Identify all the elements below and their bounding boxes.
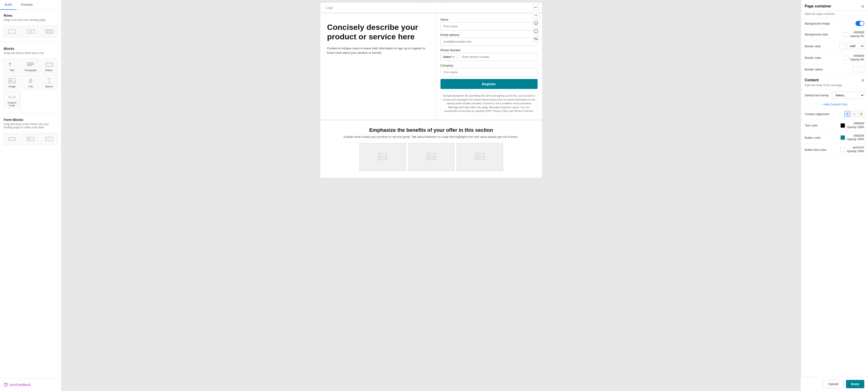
email-input[interactable] — [440, 37, 537, 45]
button-block-item[interactable]: Button — [41, 59, 58, 73]
image-placeholder-1 — [360, 143, 406, 171]
button-text-color-opacity: Opacity 100% — [847, 150, 864, 153]
paragraph-block-label: Paragraph — [25, 69, 36, 72]
border-color-swatch[interactable] — [844, 56, 848, 60]
align-right-button[interactable]: ☰ — [858, 111, 864, 117]
phone-label: Phone Number — [440, 48, 537, 52]
custom-code-block-label: Custom Code — [5, 101, 19, 107]
svg-rect-27 — [534, 22, 537, 24]
svg-rect-33 — [378, 153, 387, 160]
form-block-1-icon — [8, 136, 16, 142]
cancel-button[interactable]: Cancel — [823, 380, 844, 388]
form-block-2[interactable] — [22, 133, 39, 145]
row-3col-icon — [45, 28, 53, 35]
button-color-hex: #008294 — [847, 134, 864, 138]
undo-button[interactable]: ↩ — [533, 4, 539, 11]
tabs: Build Preview — [0, 0, 61, 10]
tab-preview[interactable]: Preview — [17, 0, 37, 10]
desktop-view-button[interactable] — [533, 20, 539, 26]
svg-line-16 — [11, 96, 12, 98]
right-panel: Page container ∧ Style the page containe… — [801, 0, 868, 391]
done-button[interactable]: Done — [846, 380, 864, 388]
hero-body: Context to intrigue users to leave their… — [327, 46, 429, 55]
rows-grid — [0, 24, 61, 41]
text-color-swatch[interactable] — [840, 123, 845, 128]
align-center-button[interactable]: ≡ — [851, 111, 857, 117]
button-color-swatch[interactable] — [840, 135, 845, 140]
background-color-label: Background color — [805, 33, 828, 36]
button-text-color-info: #FFFFFF Opacity 100% — [847, 146, 864, 153]
tablet-icon — [534, 29, 537, 33]
svg-rect-7 — [27, 63, 34, 63]
svg-point-34 — [380, 155, 382, 157]
tablet-view-button[interactable] — [533, 28, 539, 34]
company-input[interactable] — [440, 68, 537, 76]
alignment-buttons: ☰ ≡ ☰ — [844, 111, 864, 117]
background-color-hex: #000000 — [850, 31, 864, 34]
custom-code-block-item[interactable]: Custom Code — [4, 91, 21, 108]
form-block-1[interactable] — [4, 133, 21, 145]
button-color-row: Button color #008294 Opacity 100% — [801, 132, 868, 144]
border-style-select[interactable]: solid dashed dotted none — [847, 43, 864, 49]
title-block-icon: T — [8, 61, 16, 68]
blocks-title: Blocks — [0, 43, 61, 52]
page-container-subtitle: Style the page container — [801, 11, 868, 19]
font-family-label: Default font family — [805, 94, 829, 97]
row-2col[interactable] — [22, 26, 39, 37]
blocks-subtitle: Drag and drop a block into a row — [0, 52, 61, 57]
svg-rect-22 — [45, 137, 53, 141]
button-color-opacity: Opacity 100% — [847, 138, 864, 141]
paragraph-block-item[interactable]: Paragraph — [22, 59, 39, 73]
row-3col[interactable] — [41, 26, 58, 37]
phone-select-label: Select — [443, 55, 452, 59]
redo-button[interactable]: ↪ — [533, 12, 539, 19]
svg-rect-37 — [476, 153, 484, 160]
company-label: Company — [440, 64, 537, 67]
rows-title: Rows — [0, 10, 61, 18]
align-left-button[interactable]: ☰ — [844, 111, 850, 117]
name-input[interactable] — [440, 22, 537, 30]
send-feedback-button[interactable]: Send feedback — [0, 378, 61, 391]
row-1col[interactable] — [4, 26, 21, 37]
center-panel: ↩ ↪ Logo Co — [61, 0, 801, 391]
content-alignment-label: Content alignment — [805, 112, 829, 116]
button-color-right: #008294 Opacity 100% — [840, 134, 864, 141]
border-style-controls: solid dashed dotted none — [839, 43, 864, 50]
email-label: Email address — [440, 33, 537, 37]
background-color-row: Background color #000000 Opacity 0% — [801, 29, 868, 40]
hide-button[interactable] — [533, 36, 539, 42]
feedback-icon — [4, 383, 8, 387]
phone-input[interactable] — [459, 53, 537, 61]
background-color-swatch[interactable] — [844, 32, 848, 37]
border-radius-label: Border radius — [805, 68, 823, 71]
form-block-3[interactable] — [41, 133, 58, 145]
tab-build[interactable]: Build — [0, 0, 17, 10]
button-color-info: #008294 Opacity 100% — [847, 134, 864, 141]
form-blocks-subtitle: Drag and drop a form block into your lan… — [0, 123, 61, 131]
border-color-right: #000000 Opacity 0% — [844, 54, 864, 61]
logo-text: Logo — [326, 6, 333, 9]
button-block-label: Button — [45, 69, 53, 72]
blocks-grid: T Title Paragraph Button — [0, 57, 61, 112]
register-button[interactable]: Register — [440, 79, 537, 89]
image-placeholders — [325, 143, 537, 171]
image-block-item[interactable]: Image — [4, 75, 21, 89]
link-block-item[interactable]: Link — [22, 75, 39, 89]
content-collapse-button[interactable]: ∧ — [861, 77, 864, 83]
send-feedback-label: Send feedback — [9, 383, 31, 387]
form-blocks-grid — [0, 131, 61, 149]
form-block-2-icon — [26, 136, 35, 142]
hero-text: Concisely describe your product or servi… — [320, 13, 436, 120]
border-style-label: Border style — [805, 44, 821, 48]
background-image-toggle[interactable] — [856, 21, 864, 26]
title-block-item[interactable]: T Title — [4, 59, 21, 73]
page-container-collapse-button[interactable]: ∧ — [861, 4, 864, 9]
phone-select[interactable]: Select — [440, 53, 457, 61]
phone-row: Select — [440, 53, 537, 61]
border-radius-input[interactable] — [853, 66, 864, 72]
font-family-select[interactable]: Select... — [832, 92, 864, 99]
border-style-box[interactable] — [839, 43, 846, 50]
button-text-color-swatch[interactable] — [840, 147, 845, 152]
add-custom-font-link[interactable]: + Add Custom Font — [801, 101, 868, 109]
spacer-block-item[interactable]: Spacer — [41, 75, 58, 89]
